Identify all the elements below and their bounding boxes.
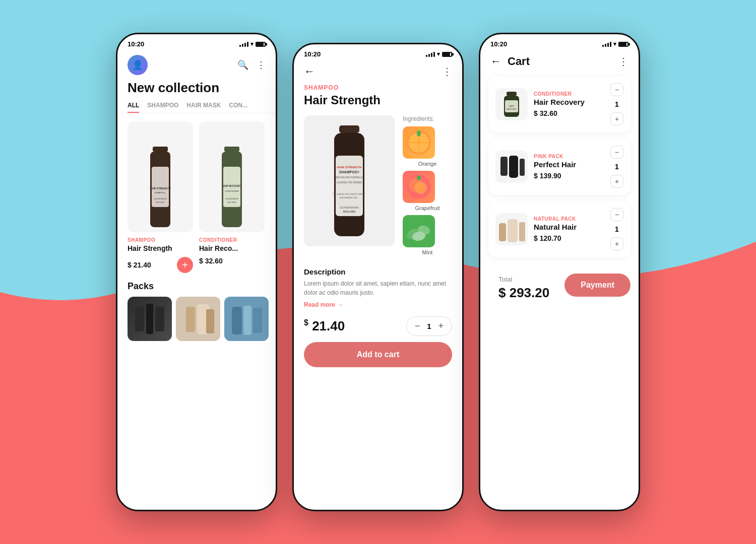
cart-qty-1: − 1 + xyxy=(610,83,623,125)
arrow-icon: → xyxy=(337,301,343,308)
total-amount: $ 293.20 xyxy=(498,285,549,301)
phones-container: 10:20 ▾ 👤 🔍 ⋮ New xyxy=(0,0,756,544)
svg-text:BIOLABS: BIOLABS xyxy=(227,201,236,203)
detail-more-icon[interactable]: ⋮ xyxy=(442,65,452,78)
qty-minus-btn[interactable]: − xyxy=(415,321,420,331)
cart-price-1: $ 32.60 xyxy=(534,109,604,117)
pack-thumb-2[interactable] xyxy=(176,297,220,341)
product-category-1: SHAMPOO xyxy=(128,237,193,243)
svg-rect-53 xyxy=(520,159,525,176)
price-dollar-sign: $ xyxy=(304,318,308,327)
svg-point-37 xyxy=(417,130,421,137)
svg-rect-7 xyxy=(224,147,239,152)
main-product-image: HAIR STRENGTH SHAMPOO+ BIO-PILIXIN FORMU… xyxy=(304,115,395,246)
product-name-2: Hair Reco... xyxy=(199,244,265,253)
avatar: 👤 xyxy=(128,55,148,75)
price-value: 21.40 xyxy=(312,318,345,333)
search-icon[interactable]: 🔍 xyxy=(237,59,248,71)
phone-detail: 10:20 ▾ ← ⋮ SHAMPOO Hair Streng xyxy=(292,43,464,511)
svg-text:For women who wish for thicker: For women who wish for thicker xyxy=(333,193,365,195)
svg-rect-19 xyxy=(232,307,242,334)
detail-price: $ 21.40 xyxy=(304,318,345,334)
cart-qty-3: − 1 + xyxy=(610,208,623,250)
cart-minus-1[interactable]: − xyxy=(610,83,623,96)
cart-item-info-naturalpack: NATURAL PACK Natural Hair $ 120.70 xyxy=(534,216,604,242)
tab-all[interactable]: ALL xyxy=(128,102,139,113)
packs-title: Packs xyxy=(117,273,276,297)
svg-rect-15 xyxy=(186,307,195,332)
status-bar-2: 10:20 ▾ xyxy=(294,44,462,61)
svg-text:BIO-PILIXIN FORMULA: BIO-PILIXIN FORMULA xyxy=(336,176,363,179)
pack-thumb-3[interactable] xyxy=(224,297,269,341)
total-dollar: $ xyxy=(498,285,506,300)
cart-plus-2[interactable]: + xyxy=(610,175,623,188)
cart-back-button[interactable]: ← xyxy=(490,55,501,68)
svg-rect-56 xyxy=(519,222,525,241)
cart-minus-2[interactable]: − xyxy=(610,146,623,159)
payment-button[interactable]: Payment xyxy=(564,274,631,297)
svg-rect-0 xyxy=(153,147,168,152)
product-price-1: $ 21.40 xyxy=(128,261,151,269)
conditioner-bottle-svg: HAIR RECOVERY CONDITIONER SCANDINAVIAN B… xyxy=(214,142,249,232)
cart-minus-3[interactable]: − xyxy=(610,208,623,221)
pack-thumb-1[interactable] xyxy=(128,297,172,341)
svg-text:CLEANSE FOR WOMEN: CLEANSE FOR WOMEN xyxy=(337,181,362,184)
product-detail-main: SHAMPOO Hair Strength HAIR STRENGTH SHAM… xyxy=(294,84,462,267)
tab-shampoo[interactable]: SHAMPOO xyxy=(147,102,178,113)
svg-rect-46 xyxy=(507,92,517,96)
svg-text:SHAMPOO+: SHAMPOO+ xyxy=(155,191,166,194)
svg-rect-20 xyxy=(243,306,251,335)
battery-1 xyxy=(256,42,266,47)
svg-text:and healthier hair...: and healthier hair... xyxy=(340,196,359,199)
qty-plus-btn[interactable]: + xyxy=(438,321,444,331)
product-card-shampoo[interactable]: HAIR STRENGTH SHAMPOO+ SCANDINAVIAN BIOL… xyxy=(128,121,193,273)
battery-3 xyxy=(618,42,628,47)
product-price-2: $ 32.60 xyxy=(199,257,223,265)
tab-con[interactable]: CON... xyxy=(229,102,247,113)
status-bar-3: 10:20 ▾ xyxy=(480,34,639,51)
main-bottle-svg: HAIR STRENGTH SHAMPOO+ BIO-PILIXIN FORMU… xyxy=(311,120,387,241)
back-button[interactable]: ← xyxy=(304,65,315,78)
cart-qty-val-1: 1 xyxy=(615,100,619,108)
cart-item-conditioner: HAIR RECOVERY CONDITIONER Hair Recovery … xyxy=(488,76,631,132)
product-price-row-1: $ 21.40 + xyxy=(128,257,193,273)
cart-plus-3[interactable]: + xyxy=(610,237,623,250)
wifi-2: ▾ xyxy=(437,51,440,57)
status-icons-2: ▾ xyxy=(426,51,452,57)
svg-rect-21 xyxy=(253,308,262,333)
category-tabs: ALL SHAMPOO HAIR MASK CON... xyxy=(117,102,276,113)
cart-name-2: Perfect Hair xyxy=(534,160,604,169)
read-more-btn[interactable]: Read more → xyxy=(304,301,452,308)
status-icons-1: ▾ xyxy=(239,41,266,47)
signal-3 xyxy=(602,42,611,47)
pack-natural-svg xyxy=(176,297,220,341)
product-card-conditioner[interactable]: HAIR RECOVERY CONDITIONER SCANDINAVIAN B… xyxy=(199,121,265,273)
cart-item-naturalpack: NATURAL PACK Natural Hair $ 120.70 − 1 + xyxy=(488,201,631,257)
svg-rect-52 xyxy=(509,156,518,178)
svg-text:SHAMPOO+: SHAMPOO+ xyxy=(339,170,359,174)
description-title: Description xyxy=(304,267,452,276)
price-qty-row: $ 21.40 − 1 + xyxy=(294,310,462,342)
cart-plus-1[interactable]: + xyxy=(610,112,623,125)
grapefruit-image xyxy=(403,171,435,203)
wifi-1: ▾ xyxy=(250,41,254,47)
description-section: Description Lorem ipsum dolor sit amet, … xyxy=(294,267,462,308)
detail-category: SHAMPOO xyxy=(304,84,452,91)
mint-label: Mint xyxy=(403,249,452,255)
tab-hairmask[interactable]: HAIR MASK xyxy=(186,102,221,113)
add-to-cart-btn-1[interactable]: + xyxy=(177,257,193,273)
orange-image xyxy=(403,126,435,159)
svg-rect-55 xyxy=(508,219,518,242)
cart-title: Cart xyxy=(508,55,530,68)
cart-more-icon[interactable]: ⋮ xyxy=(618,55,628,67)
phone-collection: 10:20 ▾ 👤 🔍 ⋮ New xyxy=(116,33,277,511)
time-3: 10:20 xyxy=(490,40,507,48)
total-row: Total $ 293.20 Payment xyxy=(480,257,639,315)
svg-text:SCANDINAVIAN: SCANDINAVIAN xyxy=(340,206,359,209)
more-icon[interactable]: ⋮ xyxy=(257,59,266,71)
add-to-cart-button[interactable]: Add to cart xyxy=(304,342,452,367)
cart-item-img-pinkpack xyxy=(495,151,528,183)
detail-header: ← ⋮ xyxy=(294,61,462,84)
collection-title: New collection xyxy=(117,80,276,102)
cart-item-img-conditioner: HAIR RECOVERY xyxy=(495,88,528,120)
